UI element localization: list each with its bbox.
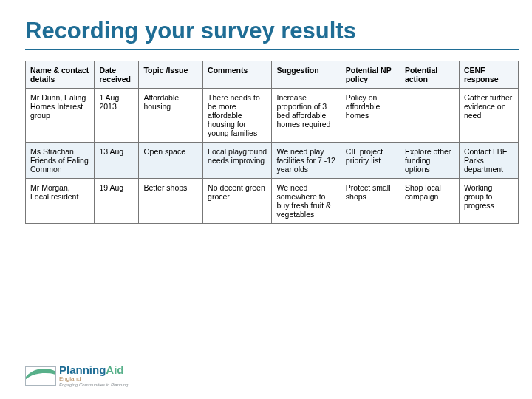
logo-tagline: Engaging Communities in Planning <box>59 383 128 387</box>
cell-date: 1 Aug 2013 <box>95 89 139 143</box>
logo-word-aid: Aid <box>106 364 123 376</box>
table-header-row: Name & contact details Date received Top… <box>26 61 519 89</box>
cell-response: Working group to progress <box>459 179 518 224</box>
slide: Recording your survey results Name & con… <box>0 0 532 399</box>
header-suggestion: Suggestion <box>272 61 341 89</box>
cell-response: Gather further evidence on need <box>459 89 518 143</box>
cell-comments: There needs to be more affordable housin… <box>203 89 272 143</box>
cell-name: Mr Morgan, Local resident <box>26 179 95 224</box>
survey-results-table: Name & contact details Date received Top… <box>25 61 519 224</box>
cell-topic: Better shops <box>139 179 203 224</box>
header-action: Potential action <box>400 61 459 89</box>
cell-date: 19 Aug <box>95 179 139 224</box>
logo-subtext: England <box>59 376 128 382</box>
cell-policy: CIL project priority list <box>341 143 400 179</box>
header-name: Name & contact details <box>26 61 95 89</box>
table-row: Mr Morgan, Local resident 19 Aug Better … <box>26 179 519 224</box>
table-row: Ms Strachan, Friends of Ealing Common 13… <box>26 143 519 179</box>
logo-icon <box>25 366 56 386</box>
cell-suggestion: We need somewhere to buy fresh fruit & v… <box>272 179 341 224</box>
cell-comments: No decent green grocer <box>203 179 272 224</box>
cell-action: Shop local campaign <box>400 179 459 224</box>
cell-name: Ms Strachan, Friends of Ealing Common <box>26 143 95 179</box>
cell-comments: Local playground needs improving <box>203 143 272 179</box>
cell-topic: Open space <box>139 143 203 179</box>
cell-policy: Protect small shops <box>341 179 400 224</box>
header-response: CENF response <box>459 61 518 89</box>
header-policy: Potential NP policy <box>341 61 400 89</box>
cell-name: Mr Dunn, Ealing Homes Interest group <box>26 89 95 143</box>
cell-action <box>400 89 459 143</box>
header-date: Date received <box>95 61 139 89</box>
page-title: Recording your survey results <box>25 18 519 50</box>
logo-main-text: PlanningAid <box>59 364 128 375</box>
cell-topic: Affordable housing <box>139 89 203 143</box>
header-topic: Topic /Issue <box>139 61 203 89</box>
planning-aid-logo: PlanningAid England Engaging Communities… <box>25 364 128 387</box>
header-comments: Comments <box>203 61 272 89</box>
logo-word-planning: Planning <box>59 364 106 376</box>
table-row: Mr Dunn, Ealing Homes Interest group 1 A… <box>26 89 519 143</box>
cell-policy: Policy on affordable homes <box>341 89 400 143</box>
cell-action: Explore other funding options <box>400 143 459 179</box>
logo-text: PlanningAid England Engaging Communities… <box>59 364 128 387</box>
cell-date: 13 Aug <box>95 143 139 179</box>
cell-suggestion: We need play facilities for 7 -12 year o… <box>272 143 341 179</box>
cell-suggestion: Increase proportion of 3 bed affordable … <box>272 89 341 143</box>
cell-response: Contact LBE Parks department <box>459 143 518 179</box>
